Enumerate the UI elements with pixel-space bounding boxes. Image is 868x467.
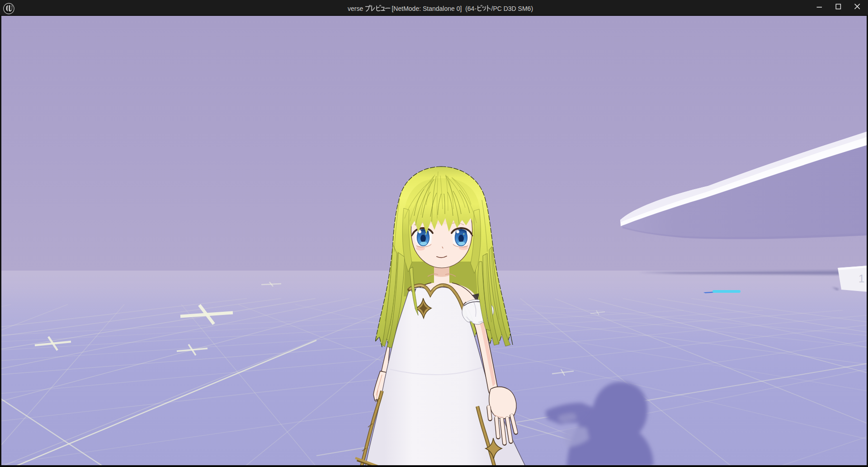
- svg-text:verse: verse: [348, 5, 365, 12]
- svg-text:/PC D3D SM6): /PC D3D SM6): [491, 5, 533, 12]
- svg-text:[NetMode: Standalone 0] (64-: [NetMode: Standalone 0] (64-: [390, 5, 477, 12]
- svg-text:1: 1: [859, 272, 864, 285]
